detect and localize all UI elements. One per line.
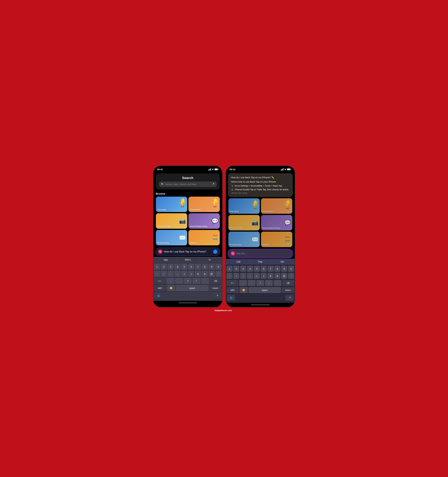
key-5[interactable]: 5 bbox=[181, 264, 187, 270]
key-emoji[interactable]: 😊 bbox=[167, 285, 175, 291]
key-return[interactable]: return bbox=[209, 285, 221, 291]
key-4[interactable]: 4 bbox=[174, 264, 180, 270]
key-exclaim[interactable]: ! bbox=[192, 278, 200, 284]
key-r-5[interactable]: 5 bbox=[254, 266, 260, 272]
key-r-4[interactable]: 4 bbox=[247, 266, 253, 272]
key-r-3[interactable]: 3 bbox=[240, 266, 246, 272]
key-r-return[interactable]: return bbox=[282, 287, 294, 293]
tile-productivity-right[interactable]: ✉️ Productivity bbox=[228, 232, 260, 247]
key-mic[interactable]: 🎤 bbox=[213, 293, 221, 299]
key-space[interactable]: space bbox=[176, 285, 209, 291]
key-comma[interactable]: , bbox=[175, 278, 183, 284]
key-r-semicolon[interactable]: ; bbox=[247, 273, 253, 279]
key-period[interactable]: . bbox=[167, 278, 174, 284]
key-slash[interactable]: / bbox=[161, 271, 167, 277]
key-ampersand[interactable]: & bbox=[202, 271, 208, 277]
key-0[interactable]: 0 bbox=[215, 264, 221, 270]
tile-utilities-right[interactable]: 🧮 Utilities bbox=[261, 232, 292, 247]
tile-social-left[interactable]: 💬 Social Networking bbox=[188, 213, 220, 229]
key-at[interactable]: @ bbox=[209, 271, 215, 277]
key-7[interactable]: 7 bbox=[195, 264, 201, 270]
key-r-9[interactable]: 9 bbox=[281, 266, 287, 272]
tile-top-games-left[interactable]: 🏆 ⭐ Top Games bbox=[188, 197, 220, 212]
key-r-exclaim[interactable]: ! bbox=[265, 280, 273, 286]
tile-productivity-left[interactable]: ✉️ Productivity bbox=[156, 230, 187, 245]
key-3[interactable]: 3 bbox=[167, 264, 174, 270]
star-icon-r: ⭐ bbox=[253, 200, 258, 205]
key-6[interactable]: 6 bbox=[188, 264, 194, 270]
predictive-in[interactable]: In bbox=[199, 258, 221, 262]
key-r-mic[interactable]: 🎤 bbox=[285, 295, 293, 301]
key-hashplus[interactable]: #+= bbox=[154, 278, 166, 284]
tile-photo-left[interactable]: 📷 Photo & Video bbox=[156, 213, 187, 229]
search-title: Search bbox=[159, 176, 217, 180]
key-colon[interactable]: : bbox=[167, 271, 174, 277]
key-8[interactable]: 8 bbox=[202, 264, 208, 270]
status-bar-left: 09:41 ⊛ bbox=[153, 166, 222, 172]
key-r-globe[interactable]: 🌐 bbox=[227, 295, 235, 301]
key-r-1[interactable]: 1 bbox=[227, 266, 233, 272]
key-question[interactable]: ? bbox=[184, 278, 192, 284]
key-9[interactable]: 9 bbox=[209, 264, 215, 270]
key-r-quote[interactable]: " bbox=[288, 273, 294, 279]
key-r-abc[interactable]: ABC bbox=[227, 287, 239, 293]
tile-photo-right[interactable]: 📷 Photo & Video bbox=[228, 215, 260, 230]
siri-source: iPhone User Guide bbox=[231, 192, 290, 194]
key-r-question[interactable]: ? bbox=[256, 280, 264, 286]
tile-utilities-left[interactable]: 🧮 Utilities bbox=[188, 230, 220, 245]
keyboard-right[interactable]: 1 2 3 4 5 6 7 8 9 0 - / : ; ( bbox=[226, 264, 295, 303]
key-apostrophe[interactable]: ' bbox=[201, 278, 209, 284]
key-backspace[interactable]: ⌫ bbox=[210, 278, 222, 284]
key-r-close-paren[interactable]: ) bbox=[261, 273, 267, 279]
key-1[interactable]: 1 bbox=[154, 264, 160, 270]
key-2[interactable]: 2 bbox=[161, 264, 167, 270]
key-r-dash[interactable]: - bbox=[227, 273, 233, 279]
siri-send-button[interactable]: ↑ bbox=[213, 250, 217, 254]
key-r-0[interactable]: 0 bbox=[288, 266, 294, 272]
key-r-period[interactable]: . bbox=[239, 280, 247, 286]
browse-row[interactable]: Browse › bbox=[153, 191, 222, 197]
predictive-call[interactable]: Call bbox=[227, 260, 249, 264]
tile-label-utilities: Utilities bbox=[190, 242, 197, 244]
tile-label-social: Social Networking bbox=[190, 225, 207, 227]
key-r-slash[interactable]: / bbox=[233, 273, 239, 279]
status-icons-left: ⊛ bbox=[208, 168, 219, 171]
photo-icon: 📷 bbox=[179, 218, 186, 224]
predictive-play[interactable]: Play bbox=[249, 260, 271, 264]
predictive-app[interactable]: App bbox=[155, 258, 177, 262]
key-r-at[interactable]: @ bbox=[281, 273, 287, 279]
siri-bar-left[interactable]: How do I use Back Tap on my iPhone? ↑ bbox=[155, 248, 220, 256]
key-r-8[interactable]: 8 bbox=[274, 266, 281, 272]
key-r-ampersand[interactable]: & bbox=[274, 273, 281, 279]
key-close-paren[interactable]: ) bbox=[188, 271, 194, 277]
key-r-2[interactable]: 2 bbox=[233, 266, 239, 272]
key-r-emoji[interactable]: 😊 bbox=[239, 287, 248, 293]
key-r-apostrophe[interactable]: ' bbox=[274, 280, 281, 286]
key-r-hashplus[interactable]: #+= bbox=[227, 280, 239, 286]
keyboard-left[interactable]: 1 2 3 4 5 6 7 8 9 0 - / : ; ( bbox=[153, 262, 222, 301]
key-dollar[interactable]: $ bbox=[195, 271, 201, 277]
tile-top-apps-right[interactable]: 🏆 ⭐ Top Apps bbox=[228, 198, 260, 214]
key-semicolon[interactable]: ; bbox=[174, 271, 180, 277]
key-r-backspace[interactable]: ⌫ bbox=[282, 280, 294, 286]
key-r-7[interactable]: 7 bbox=[268, 266, 274, 272]
key-r-space[interactable]: space bbox=[248, 287, 281, 293]
key-r-dollar[interactable]: $ bbox=[268, 273, 274, 279]
key-globe[interactable]: 🌐 bbox=[155, 293, 163, 299]
tile-top-games-right[interactable]: 🏆 ⭐ Top Games bbox=[261, 198, 292, 214]
key-dash[interactable]: - bbox=[154, 271, 160, 277]
predictive-wont[interactable]: Won't bbox=[177, 258, 199, 262]
key-r-comma[interactable]: , bbox=[248, 280, 256, 286]
key-quote[interactable]: " bbox=[215, 271, 221, 277]
tile-label-photo: Photo & Video bbox=[157, 225, 171, 227]
tile-top-apps-left[interactable]: 🏆 ⭐ Top Apps bbox=[156, 197, 187, 212]
siri-bar-right[interactable]: Ask Siri... bbox=[228, 249, 293, 258]
key-abc[interactable]: ABC bbox=[154, 285, 166, 291]
key-r-open-paren[interactable]: ( bbox=[254, 273, 260, 279]
tile-social-right[interactable]: 💬 Social Networking bbox=[261, 215, 292, 230]
search-bar[interactable]: 🔍 Games, Apps, Stories, and More 🎤 bbox=[159, 181, 217, 187]
key-open-paren[interactable]: ( bbox=[181, 271, 187, 277]
predictive-set[interactable]: Set bbox=[271, 260, 293, 264]
key-r-6[interactable]: 6 bbox=[261, 266, 267, 272]
key-r-colon[interactable]: : bbox=[240, 273, 246, 279]
